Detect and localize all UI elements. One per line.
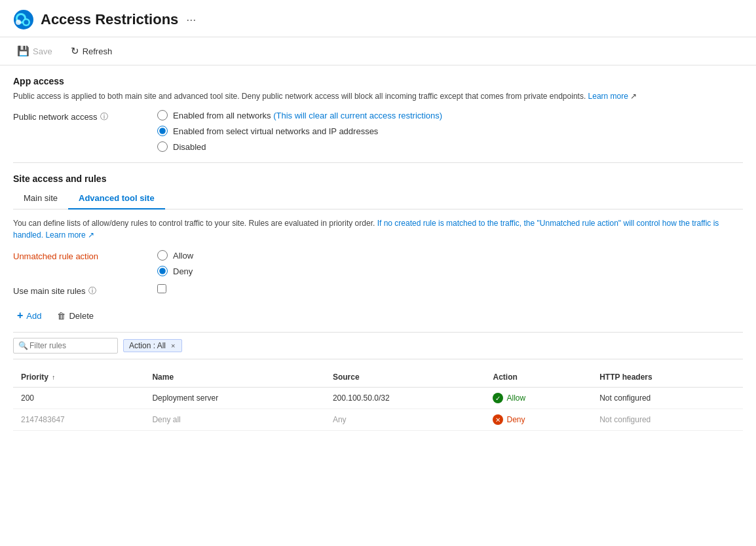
table-row: 2147483647 Deny all Any ✕ Deny Not confi… — [13, 409, 743, 431]
radio-unmatched-allow-input[interactable] — [157, 250, 168, 261]
col-action: Action — [485, 367, 592, 388]
rules-table: Priority ↑ Name Source Action HTTP heade… — [13, 367, 743, 431]
radio-unmatched-deny[interactable]: Deny — [157, 266, 193, 276]
radio-select-input[interactable] — [157, 126, 168, 136]
add-icon: + — [17, 310, 23, 321]
unmatched-rule-field: Unmatched rule action Allow Deny — [13, 250, 743, 276]
row1-source: 200.100.50.0/32 — [325, 388, 485, 409]
table-row: 200 Deployment server 200.100.50.0/32 ✓ … — [13, 388, 743, 409]
public-network-info-icon[interactable]: ⓘ — [100, 111, 108, 122]
row1-priority: 200 — [13, 388, 144, 409]
radio-option-all[interactable]: Enabled from all networks (This will cle… — [157, 110, 442, 120]
action-filter-label: Action : All — [129, 341, 166, 350]
app-access-learn-more[interactable]: Learn more — [588, 92, 628, 101]
rules-action-bar: + Add 🗑 Delete — [13, 307, 743, 324]
refresh-button[interactable]: ↻ Refresh — [67, 43, 117, 60]
col-source: Source — [325, 367, 485, 388]
section-divider-1 — [13, 162, 743, 163]
use-main-site-rules-field: Use main site rules ⓘ — [13, 284, 743, 297]
row1-action: ✓ Allow — [485, 388, 592, 409]
row1-name: Deployment server — [144, 388, 324, 409]
tab-advanced-tool-site[interactable]: Advanced tool site — [68, 188, 165, 209]
header-more-options[interactable]: ··· — [186, 13, 196, 27]
col-http-headers: HTTP headers — [592, 367, 743, 388]
filter-search-icon: 🔍 — [18, 341, 28, 350]
table-header: Priority ↑ Name Source Action HTTP heade… — [13, 367, 743, 388]
app-logo-icon — [13, 9, 34, 30]
table-body: 200 Deployment server 200.100.50.0/32 ✓ … — [13, 388, 743, 431]
radio-unmatched-deny-input[interactable] — [157, 266, 168, 276]
action-filter-tag: Action : All × — [123, 339, 182, 352]
use-main-site-info-icon[interactable]: ⓘ — [88, 285, 96, 297]
app-access-title: App access — [13, 76, 743, 86]
filter-bar: 🔍 Action : All × — [13, 332, 743, 359]
use-main-site-label: Use main site rules — [13, 286, 86, 296]
page-title: Access Restrictions — [41, 11, 178, 28]
delete-rule-button[interactable]: 🗑 Delete — [53, 308, 98, 323]
use-main-site-checkbox-row — [157, 284, 166, 293]
svg-point-4 — [24, 20, 29, 25]
site-access-info: You can define lists of allow/deny rules… — [13, 217, 743, 241]
row1-action-allow: ✓ Allow — [493, 393, 584, 403]
site-access-section: Site access and rules Main site Advanced… — [13, 173, 743, 431]
filter-rules-input[interactable] — [13, 338, 118, 354]
action-filter-close-button[interactable]: × — [170, 342, 176, 350]
use-main-site-checkbox[interactable] — [157, 284, 166, 293]
public-network-label: Public network access — [13, 112, 98, 122]
row2-http-headers: Not configured — [592, 409, 743, 431]
unmatched-rule-label: Unmatched rule action — [13, 251, 98, 261]
tab-main-site[interactable]: Main site — [13, 188, 68, 209]
col-priority: Priority ↑ — [13, 367, 144, 388]
allow-icon: ✓ — [493, 393, 503, 403]
site-access-learn-more[interactable]: Learn more ↗ — [45, 230, 94, 240]
toolbar: 💾 Save ↻ Refresh — [0, 37, 756, 65]
sort-priority-icon: ↑ — [52, 374, 55, 381]
site-access-tabs: Main site Advanced tool site — [13, 188, 743, 209]
delete-icon: 🗑 — [57, 311, 66, 321]
site-access-title: Site access and rules — [13, 173, 743, 184]
col-name: Name — [144, 367, 324, 388]
radio-option-disabled[interactable]: Disabled — [157, 141, 442, 152]
public-network-access-field: Public network access ⓘ Enabled from all… — [13, 110, 743, 152]
refresh-icon: ↻ — [71, 45, 79, 57]
unmatched-rule-radio-group: Allow Deny — [157, 250, 193, 276]
row2-action: ✕ Deny — [485, 409, 592, 431]
public-network-radio-group: Enabled from all networks (This will cle… — [157, 110, 442, 152]
row2-name: Deny all — [144, 409, 324, 431]
save-icon: 💾 — [17, 45, 29, 57]
page-header: Access Restrictions ··· — [0, 0, 756, 37]
app-access-section: App access Public access is applied to b… — [13, 76, 743, 152]
radio-unmatched-allow[interactable]: Allow — [157, 250, 193, 261]
filter-input-wrap: 🔍 — [13, 338, 118, 354]
row2-priority: 2147483647 — [13, 409, 144, 431]
row2-source: Any — [325, 409, 485, 431]
main-content: App access Public access is applied to b… — [0, 65, 756, 441]
radio-all-input[interactable] — [157, 110, 168, 120]
radio-disabled-input[interactable] — [157, 141, 168, 152]
deny-icon: ✕ — [493, 414, 503, 425]
row1-http-headers: Not configured — [592, 388, 743, 409]
save-button[interactable]: 💾 Save — [13, 43, 56, 60]
table-header-row: Priority ↑ Name Source Action HTTP heade… — [13, 367, 743, 388]
svg-point-5 — [16, 20, 21, 25]
row2-action-deny: ✕ Deny — [493, 414, 584, 425]
radio-option-select[interactable]: Enabled from select virtual networks and… — [157, 126, 442, 136]
app-access-description: Public access is applied to both main si… — [13, 90, 743, 102]
add-rule-button[interactable]: + Add — [13, 307, 45, 324]
